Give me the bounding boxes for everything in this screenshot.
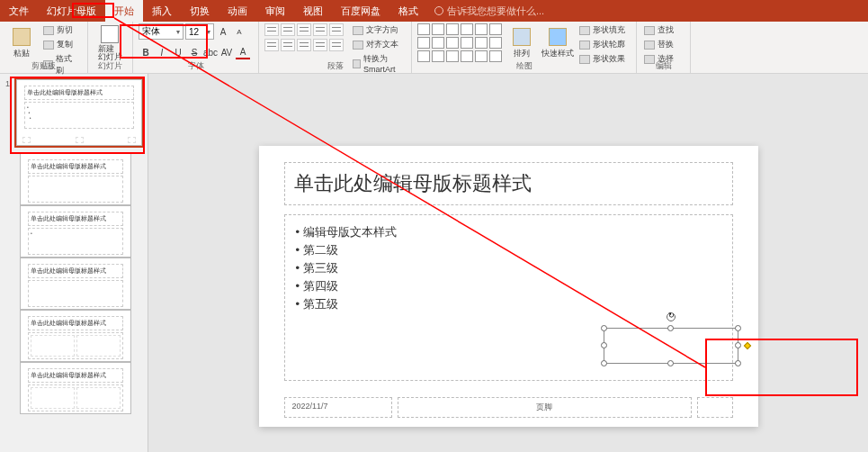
master-thumbnail[interactable]: 单击此处编辑母版标题样式 • • • ⠀⠀⠀ xyxy=(16,79,142,146)
text-shadow-button[interactable]: abc xyxy=(203,45,218,59)
resize-handle[interactable] xyxy=(735,360,741,366)
shapes-gallery[interactable] xyxy=(417,23,502,62)
adjustment-handle[interactable] xyxy=(743,342,750,349)
bulb-icon xyxy=(434,6,443,15)
font-name-combo[interactable]: 宋体▾ xyxy=(139,23,183,40)
align-right-button[interactable] xyxy=(297,39,311,51)
slide-editor[interactable]: 单击此处编辑母版标题样式 编辑母版文本样式 第二级 第三级 第四级 第五级 20… xyxy=(148,74,868,452)
resize-handle[interactable] xyxy=(601,360,607,366)
tell-me-search[interactable]: 告诉我您想要做什么... xyxy=(434,5,544,18)
shape-oval[interactable] xyxy=(446,23,459,35)
bullets-button[interactable] xyxy=(264,23,279,36)
resize-handle[interactable] xyxy=(735,325,741,331)
search-icon xyxy=(644,26,655,35)
quick-styles-icon xyxy=(549,28,567,46)
shape-more[interactable] xyxy=(489,23,502,35)
tab-file[interactable]: 文件 xyxy=(0,0,38,22)
paste-button[interactable]: 粘贴 xyxy=(5,23,38,63)
quick-styles-button[interactable]: 快速样式 xyxy=(541,23,574,63)
char-spacing-button[interactable]: AV xyxy=(219,45,234,59)
new-slide-label: 新建 幻灯片 xyxy=(98,45,122,61)
shape-outline-button[interactable]: 形状轮廓 xyxy=(577,38,627,51)
thumbnail-panel[interactable]: 1 单击此处编辑母版标题样式 • • • ⠀⠀⠀ 单击此处编辑母版标题样式 单击… xyxy=(0,74,148,452)
bold-button[interactable]: B xyxy=(139,45,153,59)
layout-thumbnail[interactable]: 单击此处编辑母版标题样式 • xyxy=(20,205,131,258)
resize-handle[interactable] xyxy=(735,342,741,348)
align-text-icon xyxy=(353,41,363,50)
shape-line[interactable] xyxy=(417,23,430,35)
resize-handle[interactable] xyxy=(601,342,607,348)
line-spacing-button[interactable] xyxy=(329,23,344,36)
rotation-handle[interactable] xyxy=(667,312,676,321)
replace-button[interactable]: 替换 xyxy=(642,38,676,51)
shape-triangle[interactable] xyxy=(475,23,488,35)
resize-handle[interactable] xyxy=(601,325,607,331)
chevron-down-icon: ▾ xyxy=(207,28,210,36)
numbering-button[interactable] xyxy=(281,23,295,36)
decrease-indent-button[interactable] xyxy=(297,23,311,36)
text-direction-button[interactable]: 文字方向 xyxy=(351,23,406,37)
group-drawing: 排列 快速样式 形状填充 形状轮廓 形状效果 绘图 xyxy=(412,22,637,73)
font-size-combo[interactable]: 12▾ xyxy=(185,23,214,40)
title-bar: 文件 幻灯片母版 开始 插入 切换 动画 审阅 视图 百度网盘 格式 告诉我您想… xyxy=(0,0,868,22)
align-left-button[interactable] xyxy=(264,39,279,51)
cut-button[interactable]: 剪切 xyxy=(41,23,82,37)
thumb-number: 1 xyxy=(5,79,13,146)
text-direction-icon xyxy=(353,26,363,35)
title-text: 单击此处编辑母版标题样式 xyxy=(294,170,723,197)
tab-transitions[interactable]: 切换 xyxy=(181,0,219,22)
justify-button[interactable] xyxy=(313,39,327,51)
copy-icon xyxy=(43,41,54,50)
master-slide[interactable]: 单击此处编辑母版标题样式 编辑母版文本样式 第二级 第三级 第四级 第五级 20… xyxy=(259,146,758,427)
font-color-button[interactable]: A xyxy=(236,45,250,59)
slides-group-label: 幻灯片 xyxy=(88,60,132,72)
layout-thumbnail[interactable]: 单击此处编辑母版标题样式 xyxy=(20,153,131,205)
footer-placeholder[interactable]: 页脚 xyxy=(398,397,692,418)
body-level-3: 第三级 xyxy=(296,260,721,276)
date-placeholder[interactable]: 2022/11/7 xyxy=(284,397,392,418)
slide-number-placeholder[interactable] xyxy=(697,397,733,418)
layout-thumbnail[interactable]: 单击此处编辑母版标题样式 xyxy=(20,258,131,310)
align-center-button[interactable] xyxy=(281,39,295,51)
new-slide-button[interactable]: 新建 幻灯片 xyxy=(94,23,126,63)
tab-animations[interactable]: 动画 xyxy=(219,0,256,22)
scissors-icon xyxy=(43,26,54,35)
underline-button[interactable]: U xyxy=(171,45,185,59)
selected-shape[interactable] xyxy=(604,328,738,364)
find-button[interactable]: 查找 xyxy=(642,23,676,37)
tab-review[interactable]: 审阅 xyxy=(256,0,294,22)
copy-button[interactable]: 复制 xyxy=(41,38,82,51)
ribbon-tabs: 文件 幻灯片母版 开始 插入 切换 动画 审阅 视图 百度网盘 格式 xyxy=(0,0,427,22)
tab-format[interactable]: 格式 xyxy=(389,0,427,22)
tab-insert[interactable]: 插入 xyxy=(143,0,181,22)
group-clipboard: 粘贴 剪切 复制 格式刷 剪贴板 xyxy=(0,22,88,73)
decrease-font-button[interactable]: A xyxy=(232,24,246,39)
increase-font-button[interactable]: A xyxy=(216,24,230,39)
ribbon: 粘贴 剪切 复制 格式刷 剪贴板 新建 幻灯片 幻灯片 宋体▾ 12▾ A A xyxy=(0,22,868,74)
new-slide-icon xyxy=(101,25,119,43)
arrange-icon xyxy=(513,28,531,46)
paragraph-group-label: 段落 xyxy=(259,60,411,72)
resize-handle[interactable] xyxy=(667,360,674,366)
layout-thumbnail[interactable]: 单击此处编辑母版标题样式 xyxy=(20,362,131,414)
group-paragraph: 文字方向 对齐文本 转换为 SmartArt 段落 xyxy=(259,22,412,73)
title-placeholder[interactable]: 单击此处编辑母版标题样式 xyxy=(284,162,733,205)
tab-home[interactable]: 开始 xyxy=(105,0,143,22)
shape-arrow[interactable] xyxy=(461,23,473,35)
align-text-button[interactable]: 对齐文本 xyxy=(351,38,406,51)
footer-placeholders: 2022/11/7 页脚 xyxy=(284,397,733,418)
resize-handle[interactable] xyxy=(667,325,674,331)
arrange-button[interactable]: 排列 xyxy=(506,23,538,63)
shape-rect[interactable] xyxy=(432,23,444,35)
group-slides: 新建 幻灯片 幻灯片 xyxy=(88,22,133,73)
italic-button[interactable]: I xyxy=(155,45,169,59)
tab-slide-master[interactable]: 幻灯片母版 xyxy=(38,0,105,22)
strikethrough-button[interactable]: S xyxy=(187,45,201,59)
shape-fill-button[interactable]: 形状填充 xyxy=(577,23,627,37)
tab-view[interactable]: 视图 xyxy=(294,0,332,22)
tab-baidu[interactable]: 百度网盘 xyxy=(332,0,389,22)
increase-indent-button[interactable] xyxy=(313,23,327,36)
columns-button[interactable] xyxy=(329,39,344,51)
tell-me-label: 告诉我您想要做什么... xyxy=(447,5,544,18)
layout-thumbnail[interactable]: 单击此处编辑母版标题样式 xyxy=(20,310,131,362)
